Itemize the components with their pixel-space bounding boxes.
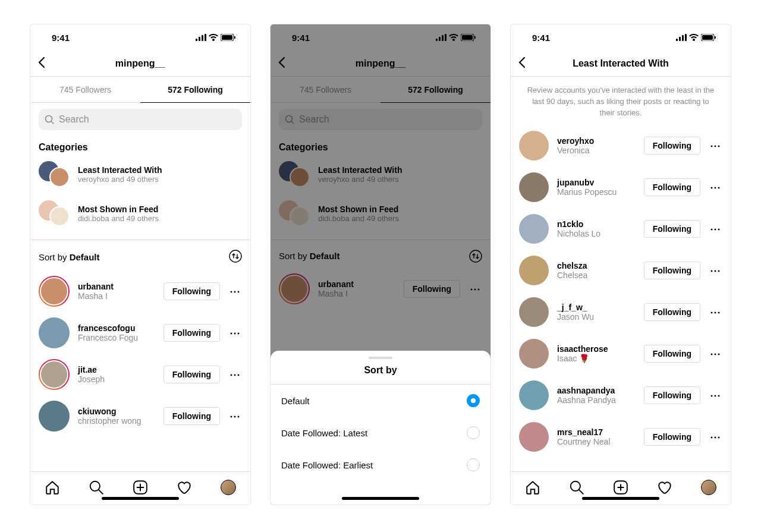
user-avatar[interactable]: [519, 380, 549, 410]
search-input[interactable]: Search: [39, 109, 242, 130]
user-username[interactable]: aashnapandya: [557, 386, 636, 395]
following-button[interactable]: Following: [163, 366, 220, 383]
user-displayname: Masha I: [78, 291, 155, 301]
header-username: minpeng__: [30, 58, 250, 69]
user-username[interactable]: jit.ae: [78, 365, 155, 374]
plus-square-icon: [613, 480, 628, 495]
user-avatar[interactable]: [519, 297, 549, 327]
user-displayname: Francesco Fogu: [78, 333, 155, 342]
user-displayname: Courtney Neal: [557, 437, 636, 446]
more-options-button[interactable]: ⋯: [709, 389, 722, 402]
svg-rect-2: [202, 35, 203, 41]
user-username[interactable]: urbanant: [78, 282, 155, 291]
sort-option[interactable]: Default: [271, 385, 490, 417]
following-button[interactable]: Following: [644, 262, 700, 279]
nav-new-post[interactable]: [133, 480, 148, 498]
category-least-interacted[interactable]: Least Interacted With veroyhxo and 49 ot…: [39, 161, 242, 187]
category-subtitle: didi.boba and 49 others: [78, 214, 159, 223]
more-options-button[interactable]: ⋯: [709, 139, 722, 152]
more-options-button[interactable]: ⋯: [709, 181, 722, 194]
following-button[interactable]: Following: [644, 303, 700, 321]
following-button[interactable]: Following: [163, 324, 220, 342]
user-row: jit.aeJosephFollowing⋯: [39, 359, 242, 390]
user-avatar[interactable]: [519, 256, 549, 285]
user-avatar[interactable]: [519, 214, 549, 244]
status-time: 9:41: [532, 33, 550, 43]
category-most-shown[interactable]: Most Shown in Feed didi.boba and 49 othe…: [39, 200, 242, 226]
tab-followers[interactable]: 745 Followers: [30, 77, 140, 102]
nav-new-post[interactable]: [613, 480, 628, 498]
sort-option-label: Date Followed: Earliest: [281, 460, 373, 470]
heart-icon: [657, 480, 672, 495]
sort-label: Sort by Default: [39, 252, 100, 262]
svg-line-11: [99, 490, 103, 494]
following-button[interactable]: Following: [644, 428, 700, 446]
sort-option-label: Date Followed: Latest: [281, 428, 367, 438]
more-options-button[interactable]: ⋯: [709, 347, 722, 360]
home-icon: [525, 480, 540, 495]
following-button[interactable]: Following: [644, 220, 700, 238]
nav-profile[interactable]: [701, 480, 716, 498]
user-avatar[interactable]: [39, 317, 70, 348]
sort-toggle-button[interactable]: [229, 250, 242, 265]
signal-icon: [196, 34, 206, 41]
user-username[interactable]: ckiuwong: [78, 407, 155, 416]
svg-point-32: [571, 481, 580, 490]
radio-icon: [467, 458, 480, 471]
following-button[interactable]: Following: [644, 386, 700, 404]
home-icon: [45, 480, 60, 495]
user-row: chelszaChelseaFollowing⋯: [511, 256, 731, 285]
user-username[interactable]: mrs_neal17: [557, 427, 636, 437]
more-options-button[interactable]: ⋯: [709, 430, 722, 443]
back-button[interactable]: [37, 56, 46, 71]
user-username[interactable]: jupanubv: [557, 178, 636, 187]
user-username[interactable]: veroyhxo: [557, 136, 636, 146]
nav-activity[interactable]: [177, 480, 192, 498]
nav-profile[interactable]: [221, 480, 236, 498]
user-displayname: christopher wong: [78, 416, 155, 426]
chevron-left-icon: [518, 56, 526, 68]
sheet-drag-handle[interactable]: [369, 357, 392, 359]
user-avatar[interactable]: [519, 339, 549, 369]
heart-icon: [177, 480, 192, 495]
svg-rect-3: [205, 34, 206, 41]
user-avatar[interactable]: [39, 276, 70, 307]
following-button[interactable]: Following: [644, 345, 700, 363]
following-button[interactable]: Following: [644, 178, 700, 196]
user-displayname: Isaac 🌹: [557, 354, 636, 363]
more-options-button[interactable]: ⋯: [228, 368, 242, 381]
user-avatar[interactable]: [519, 172, 549, 202]
home-indicator: [102, 497, 179, 500]
nav-home[interactable]: [45, 480, 60, 498]
user-username[interactable]: francescofogu: [78, 323, 155, 333]
user-row: n1ckloNicholas LoFollowing⋯: [511, 214, 731, 244]
svg-rect-31: [715, 36, 716, 39]
more-options-button[interactable]: ⋯: [228, 285, 242, 298]
nav-home[interactable]: [525, 480, 540, 498]
more-options-button[interactable]: ⋯: [709, 222, 722, 235]
sort-option[interactable]: Date Followed: Latest: [271, 417, 490, 449]
user-avatar[interactable]: [39, 359, 70, 390]
user-avatar[interactable]: [519, 422, 549, 452]
sort-option[interactable]: Date Followed: Earliest: [271, 449, 490, 481]
nav-activity[interactable]: [657, 480, 672, 498]
nav-search[interactable]: [89, 480, 104, 498]
user-username[interactable]: chelsza: [557, 261, 636, 270]
user-username[interactable]: _j_f_w_: [557, 303, 636, 312]
more-options-button[interactable]: ⋯: [709, 264, 722, 277]
user-avatar[interactable]: [39, 401, 70, 432]
following-button[interactable]: Following: [163, 407, 220, 425]
back-button[interactable]: [518, 56, 526, 71]
following-button[interactable]: Following: [163, 282, 220, 300]
tab-following[interactable]: 572 Following: [140, 77, 250, 103]
sort-row: Sort by Default: [39, 250, 242, 265]
user-row: ckiuwongchristopher wongFollowing⋯: [39, 401, 242, 432]
more-options-button[interactable]: ⋯: [228, 410, 242, 423]
user-avatar[interactable]: [519, 131, 549, 160]
more-options-button[interactable]: ⋯: [709, 306, 722, 319]
nav-search[interactable]: [569, 480, 584, 498]
user-username[interactable]: n1cklo: [557, 219, 636, 229]
following-button[interactable]: Following: [644, 137, 700, 155]
user-username[interactable]: isaactherose: [557, 344, 636, 354]
more-options-button[interactable]: ⋯: [228, 326, 242, 339]
